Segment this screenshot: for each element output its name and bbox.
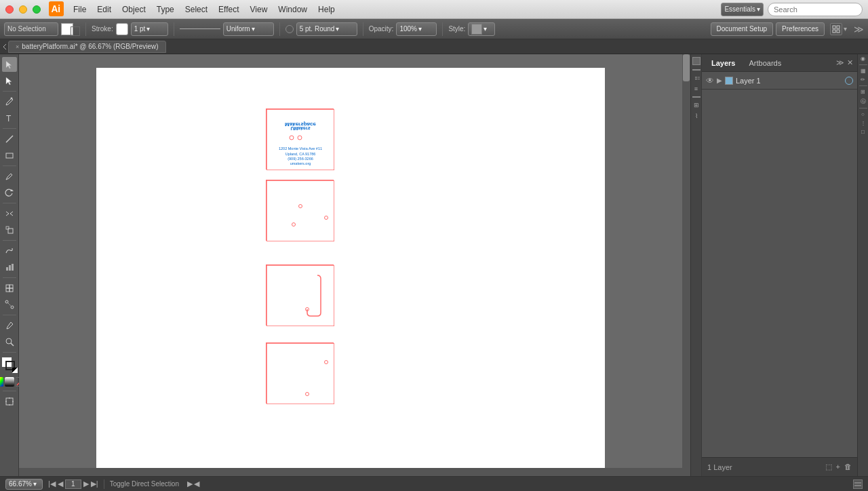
document-tab[interactable]: × batteryPlatform.ai* @ 66.67% (RGB/Prev… [8,41,166,53]
graphic-styles-icon[interactable]: Ⓖ [861,98,866,105]
grayscale-mode-button[interactable] [5,377,14,387]
expand-button[interactable]: ◀ [194,479,199,488]
workspace-selector[interactable]: Essentials ▾ [721,3,764,16]
tab-scroll-left[interactable] [3,42,8,52]
stroke-cap-select[interactable]: 5 pt. Round ▾ [296,22,357,36]
eyedropper-tool[interactable] [2,318,17,333]
arrange-dropdown[interactable]: ▾ [844,25,847,33]
create-new-sublayer-icon[interactable]: + [836,463,840,471]
stroke-weight-select[interactable]: 1 pt ▾ [131,22,168,36]
app-icon: Ai [49,1,64,18]
rotate-tool[interactable] [2,185,17,200]
play-button[interactable]: ▶ [187,479,193,488]
prev-artboard-button[interactable]: ◀ [58,479,63,488]
color-wheel-icon[interactable]: ◉ [861,56,865,62]
menu-object[interactable]: Object [122,5,146,14]
menu-type[interactable]: Type [157,5,174,14]
layer-target-icon[interactable] [845,77,853,85]
card-2[interactable] [266,180,334,241]
color-mode-icon[interactable] [692,57,701,65]
artboard-tool[interactable] [2,394,17,409]
first-artboard-button[interactable]: |◀ [48,479,56,488]
artboards-tab[interactable]: Artboards [743,58,787,68]
appearance-icon[interactable]: ○ [861,111,865,117]
swatches-icon[interactable]: ▦ [861,68,866,74]
stroke-type-select[interactable]: Uniform ▾ [223,22,274,36]
column-graph-tool[interactable] [2,281,17,296]
artboard[interactable]: Makerspace UMakers 1202 Monte Vista Ave … [96,68,605,468]
tab-close-icon[interactable]: × [16,43,19,50]
zoom-tool[interactable] [2,334,17,349]
document-setup-button[interactable]: Document Setup [711,22,774,36]
zoom-selector[interactable]: 66.67% ▾ [5,479,43,490]
rectangle-tool[interactable] [2,148,17,163]
scale-tool[interactable] [2,222,17,237]
status-panel-icon[interactable] [853,479,863,489]
transform-panel-icon[interactable]: □ [861,129,865,135]
make-clipping-mask-icon[interactable]: ⬚ [825,463,832,471]
reflect-tool[interactable] [2,206,17,221]
style-select[interactable]: ▾ [468,22,495,36]
last-artboard-button[interactable]: ▶| [91,479,98,488]
grid-icon[interactable]: ⠿ [693,76,700,81]
layer-expand-icon[interactable]: ▶ [717,77,722,84]
card-1[interactable]: Makerspace UMakers 1202 Monte Vista Ave … [266,109,334,170]
stroke-color-picker[interactable] [116,23,128,35]
pen-tool[interactable] [2,94,17,109]
artboard-number-input[interactable] [65,479,81,489]
pencil-tool[interactable] [2,169,17,184]
menu-select[interactable]: Select [185,5,208,14]
path-icon[interactable]: ⌇ [695,113,698,119]
svg-text:UMakers: UMakers [290,126,310,131]
opacity-select[interactable]: 100% ▾ [396,22,437,36]
svg-rect-4 [833,30,835,33]
panel-menu-double-arrow[interactable]: ≫ [836,58,844,67]
selection-tool[interactable] [2,57,17,72]
menu-help[interactable]: Help [318,5,335,14]
brushes-icon[interactable]: ✏ [861,77,865,83]
align-panel-icon[interactable]: ⋮ [861,120,866,126]
maximize-window-button[interactable] [33,5,41,14]
card-3[interactable] [266,264,334,326]
svg-rect-15 [12,264,14,271]
card-4[interactable] [266,342,334,404]
arrange-icon[interactable] [830,23,842,35]
canvas-area[interactable]: Makerspace UMakers 1202 Monte Vista Ave … [19,54,690,476]
panel-toggle-icon[interactable]: ≫ [854,24,864,35]
line-tool[interactable] [2,132,17,146]
color-mode-button[interactable] [0,377,3,387]
horizontal-scrollbar[interactable] [19,468,682,476]
graph-tool[interactable] [2,260,17,275]
minimize-window-button[interactable] [19,5,27,14]
align-icon[interactable]: ≡ [694,85,698,92]
menu-view[interactable]: View [250,5,268,14]
stroke-color-swatch[interactable] [71,26,80,36]
symbols-icon[interactable]: ⊞ [861,89,865,95]
type-tool[interactable]: T [2,111,17,125]
warp-tool[interactable] [2,243,17,258]
menu-effect[interactable]: Effect [218,5,239,14]
vertical-scrollbar[interactable] [682,54,690,468]
blend-tool[interactable] [2,297,17,312]
next-artboard-button[interactable]: ▶ [83,479,89,488]
stroke-line-preview [180,28,220,29]
transform-icon[interactable]: ⊞ [694,102,699,109]
statusbar: 66.67% ▾ |◀ ◀ ▶ ▶| Toggle Direct Selecti… [0,476,868,491]
menu-file[interactable]: File [73,5,86,14]
preferences-button[interactable]: Preferences [776,22,825,36]
layer-visibility-icon[interactable]: 👁 [706,76,714,85]
menu-window[interactable]: Window [278,5,307,14]
direct-selection-tool[interactable] [2,73,17,88]
delete-layer-icon[interactable]: 🗑 [844,463,852,471]
artboard-tool-icons: ▶ ◀ [187,479,199,488]
extras-right-panel: ⠿ ≡ ⊞ ⌇ [690,54,701,476]
fill-stroke-swatches[interactable] [1,357,18,373]
panel-close-button[interactable]: ✕ [847,58,853,67]
close-window-button[interactable] [5,5,14,14]
layer-row[interactable]: 👁 ▶ Layer 1 [702,72,857,90]
layers-tab[interactable]: Layers [706,58,741,68]
layer-name: Layer 1 [736,77,842,85]
menu-edit[interactable]: Edit [97,5,111,14]
swap-icon[interactable] [12,368,18,373]
search-input[interactable] [768,3,863,16]
